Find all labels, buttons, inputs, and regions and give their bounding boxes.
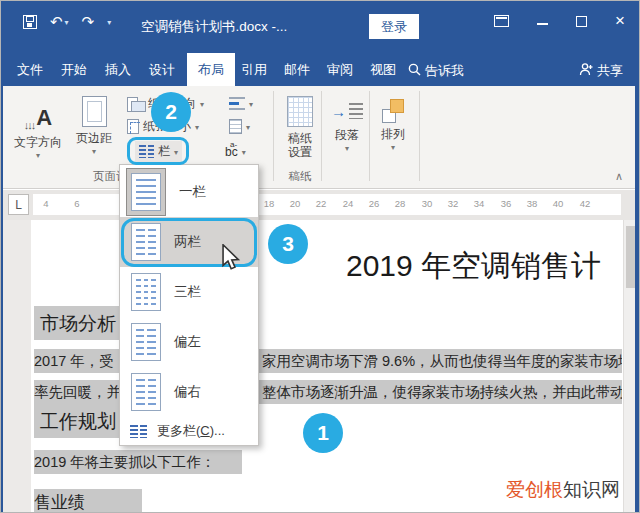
chevron-down-icon: ▾ <box>391 143 395 152</box>
paragraph-button[interactable]: → 段落 ▾ <box>327 89 367 185</box>
breaks-icon <box>229 97 245 110</box>
ruler-mark: 18 <box>259 198 279 209</box>
ruler-mark: 28 <box>390 198 410 209</box>
word-window: ↶ ▾ ↷ ▾ 空调销售计划书.docx -... 登录 × 文件 开始 插入 … <box>0 0 640 513</box>
group-separator <box>369 91 370 181</box>
group-separator <box>321 91 322 181</box>
breaks-button[interactable]: ▾ <box>229 93 253 114</box>
ruler-mark: 38 <box>522 198 542 209</box>
arrange-button[interactable]: 排列 ▾ <box>373 89 413 185</box>
tab-mailings[interactable]: 邮件 <box>284 53 310 86</box>
ruler-mark: 26 <box>364 198 384 209</box>
ruler-mark: 20 <box>285 198 305 209</box>
more-columns-icon <box>130 425 147 438</box>
chevron-down-icon: ▾ <box>242 148 246 157</box>
undo-button[interactable]: ↶ ▾ <box>50 15 69 29</box>
doc-heading-plan: 工作规划 <box>40 409 116 435</box>
ruler: L 4 6 18 20 22 24 26 28 30 32 34 36 38 4… <box>1 190 640 220</box>
watermark-red-text: 爱创根 <box>506 479 563 500</box>
doc-paragraph-text: 率先回暖，并 <box>34 383 121 402</box>
chevron-down-icon: ▾ <box>345 144 349 153</box>
mouse-cursor-icon <box>221 244 241 271</box>
collapse-ribbon-icon[interactable]: ∧ <box>615 170 623 183</box>
doc-paragraph-text: 2017 年，受 <box>34 352 114 371</box>
tab-layout[interactable]: 布局 <box>187 53 235 86</box>
annotation-step-2: 2 <box>151 92 191 132</box>
hyphenation-icon: bca- <box>225 146 238 158</box>
undo-icon: ↶ <box>50 15 63 29</box>
maximize-icon[interactable] <box>576 16 587 27</box>
qat-customize-icon[interactable]: ▾ <box>107 18 111 27</box>
paragraph-icon: → <box>331 98 363 124</box>
chevron-down-icon: ▾ <box>246 123 250 132</box>
quick-access-toolbar: ↶ ▾ ↷ ▾ <box>23 15 111 29</box>
doc-paragraph-text: 整体市场逐渐升温，使得家装市场持续火热，并由此带动全 <box>262 383 622 402</box>
doc-heading-title: 2019 年空调销售计 <box>346 246 623 287</box>
tab-review[interactable]: 审阅 <box>327 53 353 86</box>
ruler-mark: 24 <box>338 198 358 209</box>
scrollbar-thumb[interactable] <box>626 226 635 288</box>
document-page[interactable]: 2019 年空调销售计 市场分析 2017 年，受 家用空调市场下滑 9.6%，… <box>1 220 640 513</box>
ruler-mark: 22 <box>311 198 331 209</box>
columns-dropdown-menu: 一栏 两栏 三栏 偏左 偏右 更多栏(C)... <box>119 164 259 446</box>
chevron-down-icon: ▾ <box>249 100 253 109</box>
doc-paragraph-text: 家用空调市场下滑 9.6%，从而也使得当年度的家装市场增 <box>262 352 622 371</box>
doc-line-plan: 2019 年将主要抓以下工作： <box>34 453 215 472</box>
group-separator <box>273 91 274 181</box>
document-title: 空调销售计划书.docx -... <box>141 18 371 36</box>
group-separator <box>419 91 420 181</box>
line-numbers-button[interactable]: ▾ <box>229 116 250 137</box>
chevron-down-icon: ▾ <box>200 100 204 109</box>
annotation-step-3: 3 <box>268 224 308 264</box>
tab-file[interactable]: 文件 <box>17 53 43 86</box>
ruler-mark: 40 <box>548 198 568 209</box>
ruler-mark: 34 <box>469 198 489 209</box>
share-person-icon <box>579 62 593 76</box>
ruler-mark: 36 <box>496 198 516 209</box>
search-icon <box>408 63 421 76</box>
line-numbers-icon <box>229 119 242 134</box>
orientation-icon <box>127 97 144 111</box>
close-icon[interactable]: × <box>615 14 625 28</box>
page-margin-strip <box>3 220 31 513</box>
arrange-icon <box>382 99 404 123</box>
margins-icon <box>82 96 107 127</box>
ruler-mark: 42 <box>575 198 595 209</box>
menu-item-one-column[interactable]: 一栏 <box>120 167 258 217</box>
one-column-selected-box <box>126 168 166 216</box>
tab-insert[interactable]: 插入 <box>105 53 131 86</box>
menu-item-left[interactable]: 偏左 <box>120 317 258 367</box>
ribbon-display-options-icon[interactable] <box>494 15 509 27</box>
watermark: 爱创根知识网 <box>506 477 620 503</box>
window-border-left <box>1 86 3 513</box>
right-column-icon <box>131 373 161 411</box>
tab-references[interactable]: 引用 <box>241 53 267 86</box>
signin-button[interactable]: 登录 <box>369 14 419 39</box>
tab-stop-selector[interactable]: L <box>8 194 29 215</box>
menu-item-three-columns[interactable]: 三栏 <box>120 267 258 317</box>
three-columns-icon <box>131 273 161 311</box>
text-direction-button[interactable]: ↓↓↓A 文字方向 ▾ <box>9 89 67 185</box>
ruler-mark: 32 <box>443 198 463 209</box>
tab-home[interactable]: 开始 <box>61 53 87 86</box>
tab-share[interactable]: 共享 <box>579 53 623 86</box>
menu-item-more-columns[interactable]: 更多栏(C)... <box>120 418 258 444</box>
ruler-mark: 30 <box>417 198 437 209</box>
doc-line-sales: 售业绩 <box>34 491 85 513</box>
minimize-icon[interactable] <box>537 23 548 25</box>
chevron-down-icon: ▾ <box>195 123 199 132</box>
save-icon[interactable] <box>23 15 37 29</box>
ribbon: ↓↓↓A 文字方向 ▾ 页边距 ▾ 纸张方向 ▾ 纸张大小 ▾ 栏 ▾ ▾ <box>1 86 640 189</box>
tab-view[interactable]: 视图 <box>370 53 396 86</box>
redo-icon[interactable]: ↷ <box>82 15 95 29</box>
undo-caret-icon[interactable]: ▾ <box>65 18 69 27</box>
doc-heading-market: 市场分析 <box>40 311 116 337</box>
menu-item-right[interactable]: 偏右 <box>120 367 258 417</box>
watermark-dark-text: 知识网 <box>563 479 620 500</box>
tab-design[interactable]: 设计 <box>149 53 175 86</box>
window-controls: × <box>494 14 625 28</box>
text-direction-icon: ↓↓↓A <box>24 93 52 131</box>
paper-size-icon <box>127 119 139 134</box>
tab-tell-me[interactable]: 告诉我 <box>408 53 464 86</box>
hyphenation-button[interactable]: bca- ▾ <box>225 141 246 162</box>
